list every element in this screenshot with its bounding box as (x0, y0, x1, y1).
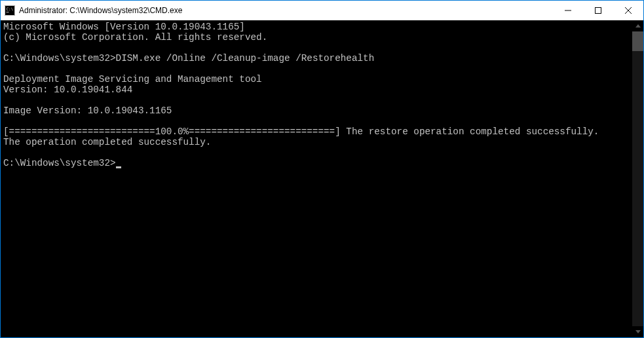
svg-text:C:\: C:\ (7, 7, 14, 11)
terminal-content[interactable]: Microsoft Windows [Version 10.0.19043.11… (1, 20, 632, 337)
minimize-button[interactable] (553, 1, 583, 20)
terminal-line: (c) Microsoft Corporation. All rights re… (3, 32, 632, 43)
cmd-window: C:\ Administrator: C:\Windows\system32\C… (0, 0, 644, 338)
terminal-line: C:\Windows\system32>DISM.exe /Online /Cl… (3, 53, 632, 64)
scrollbar-track[interactable] (632, 31, 643, 326)
terminal-line: Microsoft Windows [Version 10.0.19043.11… (3, 22, 632, 32)
cursor-icon (116, 166, 121, 168)
scrollbar-down-button[interactable] (632, 326, 643, 337)
titlebar[interactable]: C:\ Administrator: C:\Windows\system32\C… (1, 1, 643, 20)
svg-rect-5 (596, 8, 601, 14)
terminal-line (3, 95, 632, 105)
terminal-line: C:\Windows\system32> (3, 158, 632, 168)
maximize-button[interactable] (583, 1, 613, 20)
prompt-text: C:\Windows\system32> (3, 158, 116, 168)
prompt-text: C:\Windows\system32> (3, 53, 116, 64)
terminal-line (3, 147, 632, 158)
terminal-line: Deployment Image Servicing and Managemen… (3, 74, 632, 84)
scrollbar-up-button[interactable] (632, 20, 643, 31)
terminal-line (3, 64, 632, 74)
svg-rect-3 (7, 12, 9, 12)
vertical-scrollbar[interactable] (632, 20, 643, 337)
terminal-line (3, 43, 632, 53)
cmd-icon: C:\ (5, 5, 15, 16)
terminal-area: Microsoft Windows [Version 10.0.19043.11… (1, 20, 643, 337)
close-button[interactable] (613, 1, 643, 20)
terminal-line: The operation completed successfully. (3, 137, 632, 147)
command-text: DISM.exe /Online /Cleanup-image /Restore… (116, 53, 375, 64)
scrollbar-thumb[interactable] (632, 31, 643, 51)
window-controls (553, 1, 643, 20)
terminal-line: Version: 10.0.19041.844 (3, 84, 632, 95)
terminal-line (3, 116, 632, 126)
terminal-line: Image Version: 10.0.19043.1165 (3, 105, 632, 116)
terminal-line: [==========================100.0%=======… (3, 126, 632, 137)
window-title: Administrator: C:\Windows\system32\CMD.e… (19, 6, 553, 15)
